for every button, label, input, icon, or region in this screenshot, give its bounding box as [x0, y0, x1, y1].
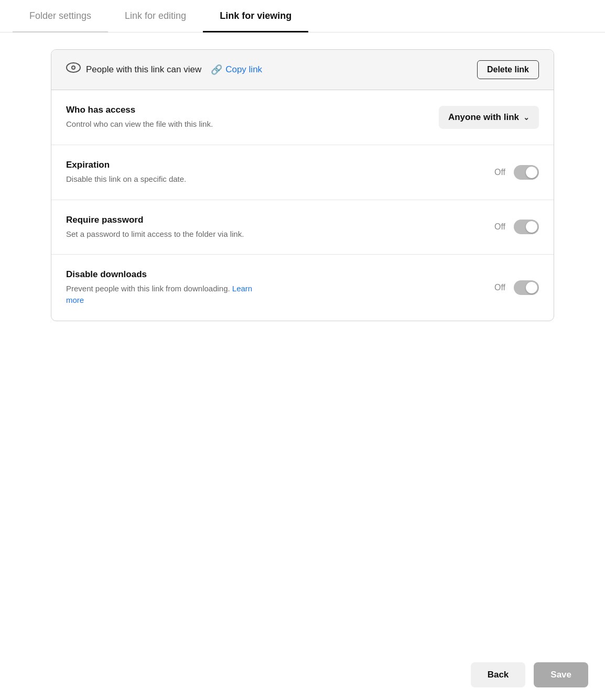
delete-link-label: Delete link: [487, 65, 529, 74]
who-has-access-row: Who has access Control who can view the …: [51, 90, 554, 145]
save-button[interactable]: Save: [534, 662, 588, 687]
delete-link-button[interactable]: Delete link: [477, 60, 539, 79]
tab-link-for-editing[interactable]: Link for editing: [108, 0, 203, 32]
disable-downloads-row: Disable downloads Prevent people with th…: [51, 255, 554, 321]
disable-downloads-toggle[interactable]: [514, 280, 539, 295]
tab-link-for-viewing[interactable]: Link for viewing: [203, 0, 308, 32]
require-password-right: Off: [494, 220, 539, 234]
who-has-access-left: Who has access Control who can view the …: [66, 105, 213, 130]
footer: Back Save: [0, 650, 605, 700]
back-button[interactable]: Back: [471, 662, 526, 687]
who-has-access-right: Anyone with link ⌄: [439, 106, 539, 129]
access-dropdown-button[interactable]: Anyone with link ⌄: [439, 106, 539, 129]
back-label: Back: [488, 670, 509, 680]
require-password-desc: Set a password to limit access to the fo…: [66, 228, 244, 240]
copy-link-button[interactable]: 🔗 Copy link: [211, 64, 262, 75]
expiration-toggle[interactable]: [514, 165, 539, 180]
access-dropdown-value: Anyone with link: [448, 112, 519, 123]
tab-folder-settings-label: Folder settings: [29, 10, 91, 21]
expiration-toggle-label: Off: [494, 168, 505, 177]
tab-folder-settings[interactable]: Folder settings: [13, 0, 108, 32]
require-password-left: Require password Set a password to limit…: [66, 215, 244, 240]
settings-card: People with this link can view 🔗 Copy li…: [51, 49, 554, 321]
disable-downloads-desc-text: Prevent people with this link from downl…: [66, 284, 230, 293]
require-password-row: Require password Set a password to limit…: [51, 200, 554, 255]
svg-point-2: [72, 67, 74, 69]
require-password-toggle-label: Off: [494, 222, 505, 232]
expiration-right: Off: [494, 165, 539, 180]
chevron-down-icon: ⌄: [523, 113, 530, 122]
link-icon: 🔗: [211, 64, 222, 75]
disable-downloads-title: Disable downloads: [66, 269, 255, 280]
header-info: People with this link can view 🔗 Copy li…: [66, 62, 470, 77]
disable-downloads-right: Off: [494, 280, 539, 295]
disable-downloads-desc: Prevent people with this link from downl…: [66, 283, 255, 306]
header-description: People with this link can view: [86, 64, 201, 75]
who-has-access-title: Who has access: [66, 105, 213, 115]
expiration-title: Expiration: [66, 160, 186, 170]
expiration-row: Expiration Disable this link on a specif…: [51, 145, 554, 200]
require-password-title: Require password: [66, 215, 244, 225]
tab-link-for-viewing-label: Link for viewing: [220, 10, 291, 21]
disable-downloads-toggle-label: Off: [494, 283, 505, 292]
require-password-toggle[interactable]: [514, 220, 539, 234]
who-has-access-desc: Control who can view the file with this …: [66, 118, 213, 130]
tab-link-for-editing-label: Link for editing: [125, 10, 186, 21]
card-header: People with this link can view 🔗 Copy li…: [51, 50, 554, 90]
expiration-left: Expiration Disable this link on a specif…: [66, 160, 186, 185]
expiration-desc: Disable this link on a specific date.: [66, 173, 186, 185]
tab-bar: Folder settings Link for editing Link fo…: [0, 0, 605, 32]
save-label: Save: [550, 670, 571, 680]
disable-downloads-left: Disable downloads Prevent people with th…: [66, 269, 255, 306]
main-content: People with this link can view 🔗 Copy li…: [0, 32, 605, 650]
eye-icon: [66, 62, 81, 77]
copy-link-label: Copy link: [225, 64, 262, 75]
